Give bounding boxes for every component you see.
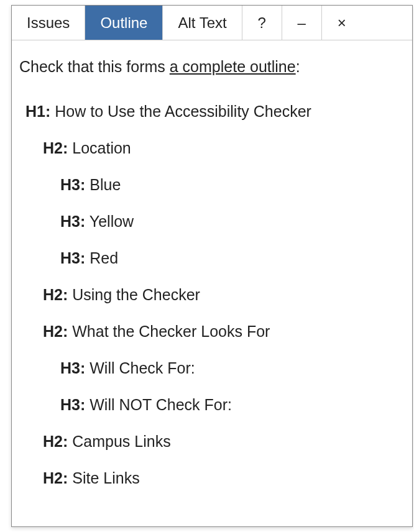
- heading-level-label: H2:: [43, 433, 68, 450]
- heading-text: Site Links: [68, 469, 139, 487]
- outline-item[interactable]: H3: Will NOT Check For:: [60, 394, 405, 416]
- outline-item[interactable]: H3: Blue: [60, 174, 405, 196]
- heading-level-label: H2:: [43, 323, 68, 340]
- outline-list: H1: How to Use the Accessibility Checker…: [19, 101, 405, 489]
- outline-item[interactable]: H3: Red: [60, 247, 405, 269]
- intro-suffix: :: [296, 58, 300, 75]
- heading-text: Campus Links: [68, 433, 170, 450]
- accessibility-checker-panel: Issues Outline Alt Text ? – × Check that…: [11, 5, 413, 527]
- outline-item[interactable]: H1: How to Use the Accessibility Checker: [25, 101, 405, 122]
- complete-outline-link[interactable]: a complete outline: [170, 58, 296, 75]
- heading-level-label: H2:: [43, 286, 68, 303]
- heading-text: Will NOT Check For:: [85, 396, 232, 413]
- tab-outline[interactable]: Outline: [85, 6, 163, 40]
- help-button[interactable]: ?: [242, 6, 282, 40]
- outline-item[interactable]: H2: Campus Links: [43, 431, 405, 452]
- heading-level-label: H3:: [60, 396, 85, 413]
- heading-text: Blue: [85, 176, 121, 193]
- outline-item[interactable]: H2: Location: [43, 137, 405, 159]
- heading-level-label: H1:: [25, 103, 50, 120]
- heading-level-label: H3:: [60, 176, 85, 193]
- outline-item[interactable]: H2: What the Checker Looks For: [43, 321, 405, 342]
- heading-text: Using the Checker: [68, 286, 200, 303]
- heading-text: Yellow: [85, 213, 134, 230]
- heading-text: Will Check For:: [85, 359, 195, 377]
- heading-level-label: H3:: [60, 359, 85, 377]
- tab-bar: Issues Outline Alt Text ? – ×: [12, 6, 412, 40]
- intro-text: Check that this forms a complete outline…: [19, 58, 405, 76]
- heading-level-label: H3:: [60, 249, 85, 267]
- heading-text: What the Checker Looks For: [68, 323, 270, 340]
- heading-text: Location: [68, 139, 131, 157]
- heading-text: Red: [85, 249, 118, 267]
- heading-level-label: H2:: [43, 469, 68, 487]
- tab-alt-text[interactable]: Alt Text: [163, 6, 242, 40]
- outline-item[interactable]: H3: Yellow: [60, 211, 405, 232]
- heading-text: How to Use the Accessibility Checker: [50, 103, 311, 120]
- heading-level-label: H3:: [60, 213, 85, 230]
- heading-level-label: H2:: [43, 139, 68, 157]
- intro-prefix: Check that this forms: [19, 58, 170, 75]
- outline-item[interactable]: H2: Using the Checker: [43, 284, 405, 306]
- outline-content: Check that this forms a complete outline…: [12, 40, 412, 511]
- close-button[interactable]: ×: [322, 6, 362, 40]
- tab-issues[interactable]: Issues: [12, 6, 85, 40]
- outline-item[interactable]: H2: Site Links: [43, 467, 405, 489]
- minimize-button[interactable]: –: [282, 6, 322, 40]
- outline-item[interactable]: H3: Will Check For:: [60, 357, 405, 379]
